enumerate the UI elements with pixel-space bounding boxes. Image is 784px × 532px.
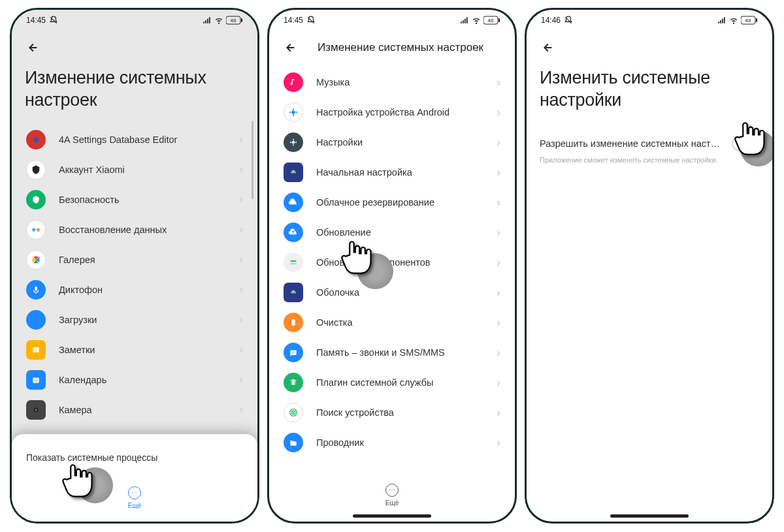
list-item-label: Настройки bbox=[316, 137, 497, 148]
app-icon bbox=[26, 190, 46, 210]
list-item[interactable]: Аккаунт Xiaomi› bbox=[14, 155, 255, 185]
home-indicator[interactable] bbox=[610, 514, 689, 518]
list-item[interactable]: Обновление компонентов› bbox=[272, 247, 512, 277]
app-icon bbox=[284, 313, 303, 332]
scrollbar[interactable] bbox=[252, 121, 253, 199]
app-icon bbox=[26, 280, 46, 300]
header: Изменить системные настройки bbox=[527, 31, 772, 121]
back-button[interactable] bbox=[282, 36, 306, 59]
app-icon bbox=[26, 220, 46, 240]
chevron-right-icon: › bbox=[239, 403, 243, 416]
list-item[interactable]: Галерея› bbox=[14, 245, 255, 275]
list-item-label: Музыка bbox=[316, 77, 497, 87]
list-item-label: Плагин системной службы bbox=[316, 377, 497, 388]
list-item-label: Безопасность bbox=[59, 195, 239, 205]
app-list: Музыка› Настройка устройства Android› На… bbox=[269, 63, 515, 522]
toggle-switch[interactable] bbox=[732, 136, 759, 151]
app-icon bbox=[284, 403, 303, 422]
list-item-label: 4A Settings Database Editor bbox=[59, 134, 239, 145]
list-item[interactable]: Очистка› bbox=[272, 307, 512, 337]
list-item-label: Начальная настройка bbox=[316, 167, 497, 178]
list-item[interactable]: 4A Settings Database Editor› bbox=[14, 125, 255, 155]
svg-point-5 bbox=[37, 228, 40, 231]
show-system-processes[interactable]: Показать системные процессы bbox=[26, 448, 243, 472]
svg-text:48: 48 bbox=[488, 18, 494, 23]
svg-rect-1 bbox=[241, 18, 242, 22]
status-bar: 14:46 48 bbox=[527, 10, 772, 31]
list-item[interactable]: Начальная настройка› bbox=[272, 157, 512, 187]
status-time: 14:45 bbox=[26, 16, 46, 25]
list-item[interactable]: Музыка› bbox=[272, 67, 512, 97]
list-item[interactable]: Настройки› bbox=[272, 127, 512, 157]
header: Изменение системных настроек bbox=[12, 31, 257, 121]
home-indicator[interactable] bbox=[353, 514, 431, 518]
chevron-right-icon: › bbox=[497, 436, 500, 450]
list-item[interactable]: Облачное резервирование› bbox=[272, 187, 512, 217]
list-item-label: Проводник bbox=[316, 437, 497, 448]
chevron-right-icon: › bbox=[239, 193, 243, 206]
svg-point-16 bbox=[292, 141, 295, 144]
header: Изменение системных настроек bbox=[269, 31, 515, 63]
toggle-label: Разрешить изменение системных наст… bbox=[540, 138, 727, 149]
list-item[interactable]: Память – звонки и SMS/MMS› bbox=[272, 337, 512, 368]
list-item[interactable]: Безопасность› bbox=[14, 185, 255, 215]
arrow-left-icon bbox=[282, 40, 297, 55]
list-item-label: Облачное резервирование bbox=[316, 197, 497, 208]
list-item-label: Восстановление данных bbox=[59, 225, 239, 235]
list-item[interactable]: Проводник› bbox=[272, 428, 512, 458]
list-item[interactable]: Камера› bbox=[14, 395, 255, 425]
list-item[interactable]: 13Календарь› bbox=[14, 365, 255, 395]
back-button[interactable] bbox=[540, 36, 563, 59]
list-item[interactable]: Загрузки› bbox=[14, 305, 255, 335]
app-icon bbox=[26, 310, 46, 330]
wifi-icon bbox=[472, 16, 481, 25]
list-item[interactable]: Настройка устройства Android› bbox=[272, 97, 512, 127]
svg-point-18 bbox=[294, 172, 295, 172]
app-icon bbox=[284, 133, 303, 152]
more-label: Ещё bbox=[385, 499, 399, 507]
bottom-sheet: Показать системные процессы ⋯ Ещё bbox=[12, 434, 257, 522]
phone-screen-1: 14:45 48 Изменение системных настроек 4A… bbox=[10, 8, 259, 524]
chevron-right-icon: › bbox=[497, 226, 500, 240]
list-item[interactable]: Оболочка› bbox=[272, 277, 512, 307]
back-button[interactable] bbox=[25, 36, 48, 59]
list-item-label: Камера bbox=[59, 405, 239, 415]
status-bar: 14:45 48 bbox=[12, 10, 257, 31]
more-icon[interactable]: ⋯ bbox=[128, 486, 141, 499]
list-item[interactable]: Обновление› bbox=[272, 217, 512, 247]
chevron-right-icon: › bbox=[239, 133, 243, 146]
list-item[interactable]: Заметки› bbox=[14, 335, 255, 365]
more-label: Ещё bbox=[128, 502, 141, 509]
list-item-label: Поиск устройства bbox=[316, 407, 497, 418]
app-icon bbox=[284, 102, 303, 122]
app-icon bbox=[284, 373, 303, 392]
list-item[interactable]: Диктофон› bbox=[14, 275, 255, 305]
app-icon bbox=[26, 400, 46, 420]
dnd-icon bbox=[306, 16, 316, 25]
list-item[interactable]: Плагин системной службы› bbox=[272, 368, 512, 398]
svg-text:13: 13 bbox=[34, 378, 38, 382]
page-title: Изменение системных настроек bbox=[318, 41, 483, 54]
more-icon[interactable]: ⋯ bbox=[385, 484, 399, 497]
svg-point-15 bbox=[291, 110, 295, 114]
app-icon bbox=[284, 72, 303, 92]
bottom-dock: ⋯ Ещё bbox=[269, 478, 515, 511]
dnd-icon bbox=[564, 16, 573, 25]
permission-toggle-row: Разрешить изменение системных наст… bbox=[527, 129, 772, 152]
chevron-right-icon: › bbox=[497, 136, 500, 149]
chevron-right-icon: › bbox=[497, 256, 500, 270]
signal-icon bbox=[717, 16, 727, 25]
list-item-label: Галерея bbox=[59, 255, 239, 265]
list-item-label: Обновление bbox=[316, 227, 497, 238]
svg-text:48: 48 bbox=[231, 18, 237, 23]
list-item[interactable]: Восстановление данных› bbox=[14, 215, 255, 245]
list-item-label: Календарь bbox=[59, 375, 239, 385]
chevron-right-icon: › bbox=[497, 346, 500, 360]
chevron-right-icon: › bbox=[239, 283, 243, 296]
chevron-right-icon: › bbox=[497, 316, 500, 330]
list-item[interactable]: Поиск устройства› bbox=[272, 398, 512, 428]
app-icon bbox=[284, 193, 303, 212]
chevron-right-icon: › bbox=[497, 106, 500, 119]
svg-point-3 bbox=[33, 137, 39, 142]
chevron-right-icon: › bbox=[239, 313, 243, 326]
